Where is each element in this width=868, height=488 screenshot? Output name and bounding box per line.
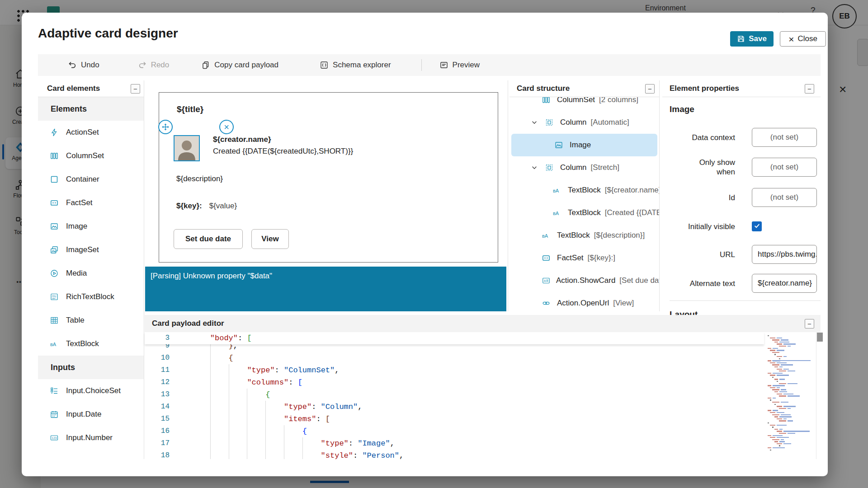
chevron-down-icon[interactable] [531,164,538,171]
structure-row-action-openurl-9[interactable]: Action.OpenUrl[View] [509,292,659,311]
code-line-10: 10{ [145,352,764,364]
textblock-icon: ʙA [542,231,552,240]
undo-icon [68,61,77,70]
move-icon [161,122,170,131]
columnset-icon [542,97,552,104]
choiceset-icon [50,386,60,395]
toolbar-schema-explorer-button[interactable]: Schema explorer [320,61,391,70]
svg-text:ʙA: ʙA [553,211,559,216]
next-section-header-clipped: Layout [670,310,698,315]
openurl-icon [542,299,552,308]
element-item-richtextblock[interactable]: AbcdefRichTextBlock [38,285,144,309]
card-preview: ${title} × ${creator.name} Created {{DAT… [159,92,498,263]
showcard-icon: A [542,276,551,285]
code-line-14: 14"type": "Column", [145,401,764,413]
column-icon [545,118,555,127]
preview-creator-image[interactable] [174,135,200,161]
element-item-imageset[interactable]: ImageSet [38,238,144,262]
svg-text:def: def [52,297,56,300]
drag-handle[interactable] [158,120,173,134]
textblock-icon: ʙA [552,208,562,217]
section-header-inputs: Inputs [38,356,144,379]
svg-text:A: A [544,279,546,282]
card-elements-list: ElementsActionSetColumnSetContainerFactS… [38,97,144,459]
toolbar-undo-button[interactable]: Undo [68,61,99,70]
structure-row-columnset-0[interactable]: ColumnSet[2 columns] [509,97,659,111]
element-item-actionset[interactable]: ActionSet [38,121,144,144]
structure-row-column-1[interactable]: Column[Automatic] [509,111,659,134]
code-line-13: 13{ [145,389,764,401]
element-item-image[interactable]: Image [38,215,144,238]
element-item-input-choiceset[interactable]: Input.ChoiceSet [38,379,144,403]
element-item-input-number[interactable]: 123Input.Number [38,426,144,450]
collapse-element-properties-button[interactable]: − [805,84,814,94]
selected-element-type: Image [670,104,694,114]
preview-creator-name[interactable]: ${creator.name} [213,135,271,144]
factset-icon [542,253,552,263]
svg-text:ʙA: ʙA [553,188,559,193]
save-button[interactable]: Save [730,31,774,47]
collapse-payload-editor-button[interactable]: − [805,319,814,328]
svg-text:ʙA: ʙA [50,342,57,347]
structure-row-action-showcard-8[interactable]: AAction.ShowCard[Set due date] [509,269,659,292]
image-icon [50,222,60,231]
code-line-9: 9}, [145,344,764,352]
element-item-columnset[interactable]: ColumnSet [38,144,144,168]
structure-row-image-2[interactable]: Image [511,134,657,156]
property-url-input[interactable]: https://pbs.twimg.com/ [752,245,817,264]
code-scrollbar-thumb[interactable] [817,333,823,342]
code-line-3: 3"body": [ [145,332,764,344]
columnset-icon [50,151,60,160]
element-item-table[interactable]: Table [38,309,144,332]
property-row-only-show-when: Only showwhen(not set) [670,158,821,177]
media-icon [50,269,60,278]
close-button[interactable]: × Close [780,31,826,47]
preview-title-textblock[interactable]: ${title} [177,104,203,114]
toolbar-preview-button[interactable]: Preview [439,61,480,70]
chevron-down-icon[interactable] [531,119,538,126]
property-only-show-when-input[interactable]: (not set) [752,158,817,177]
element-item-textblock[interactable]: ʙATextBlock [38,332,144,356]
structure-row-column-3[interactable]: Column[Stretch] [509,156,659,179]
code-line-16: 16{ [145,425,764,437]
redo-icon [138,61,147,70]
code-line-15: 15"items": [ [145,413,764,425]
collapse-card-structure-button[interactable]: − [645,84,655,94]
preview-factset[interactable]: ${key}:${value} [176,202,237,211]
property-alternate-text-input[interactable]: ${creator.name} [752,274,817,293]
image-icon [554,141,564,150]
svg-text:ʙA: ʙA [542,233,548,239]
property-initially-visible-checkbox[interactable] [752,221,762,231]
property-row-id: Id(not set) [670,188,821,207]
toolbar-copy-card-payload-button[interactable]: Copy card payload [201,61,278,70]
parse-error-bar: [Parsing] Unknown property "$data" [145,267,506,311]
property-row-alternate-text: Alternate text${creator.name} [670,274,821,293]
structure-row-textblock-5[interactable]: ʙATextBlock[Created {{DATE(${createdUtc}… [509,202,659,224]
property-data-context-input[interactable]: (not set) [752,128,817,147]
delete-element-button[interactable]: × [219,120,234,134]
checkmark-icon [754,222,760,231]
structure-row-factset-7[interactable]: FactSet[${key}:] [509,247,659,269]
property-id-input[interactable]: (not set) [752,188,817,207]
column-icon [545,163,555,172]
element-item-factset[interactable]: FactSet [38,191,144,215]
set-due-date-action-button[interactable]: Set due date [174,229,243,249]
element-item-media[interactable]: Media [38,262,144,285]
imageset-icon [50,245,60,254]
textblock-icon: ʙA [552,186,562,195]
copy-icon [201,61,210,70]
dialog-title: Adaptive card designer [38,26,178,41]
structure-row-textblock-4[interactable]: ʙATextBlock[${creator.name}] [509,179,659,202]
view-action-button[interactable]: View [251,229,289,249]
element-item-input-date[interactable]: Input.Date [38,403,144,426]
save-icon [737,35,745,43]
preview-created-line[interactable]: Created {{DATE(${createdUtc},SHORT)}} [213,147,353,156]
preview-description[interactable]: ${description} [176,174,223,183]
code-minimap[interactable] [764,335,816,457]
collapse-card-elements-button[interactable]: − [131,84,140,94]
code-editor[interactable]: 9},10{11"type": "ColumnSet",12"columns":… [145,344,764,459]
designer-toolbar: UndoRedoCopy card payloadSchema explorer… [38,54,821,76]
element-item-container[interactable]: Container [38,168,144,191]
factset-icon [50,198,60,207]
structure-row-textblock-6[interactable]: ʙATextBlock[${description}] [509,224,659,247]
